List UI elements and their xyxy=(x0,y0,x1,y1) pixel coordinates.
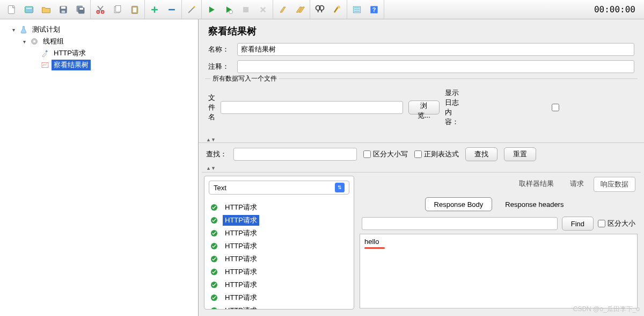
search-input[interactable] xyxy=(233,148,357,161)
success-icon xyxy=(210,203,218,212)
result-item[interactable]: HTTP请求 xyxy=(210,253,348,265)
filename-input[interactable] xyxy=(221,101,403,114)
panel-title: 察看结果树 xyxy=(199,19,644,41)
save-icon[interactable] xyxy=(56,2,71,17)
clear-all-icon[interactable] xyxy=(292,2,308,17)
tree-view-results[interactable]: 察看结果树 xyxy=(2,59,196,71)
svg-rect-8 xyxy=(79,8,83,9)
result-label: HTTP请求 xyxy=(223,292,259,303)
tab-sampler[interactable]: 取样器结果 xyxy=(513,177,560,192)
svg-rect-5 xyxy=(62,10,65,12)
result-item[interactable]: HTTP请求 xyxy=(210,201,348,214)
svg-point-25 xyxy=(33,40,35,42)
tree-http-request[interactable]: HTTP请求 xyxy=(2,47,196,59)
svg-rect-1 xyxy=(25,6,33,13)
fieldset-legend: 所有数据写入一个文件 xyxy=(210,74,279,83)
run-icon[interactable] xyxy=(204,2,219,17)
combo-value: Text xyxy=(214,184,226,192)
regex-checkbox[interactable]: 正则表达式 xyxy=(414,149,459,159)
tree-test-plan[interactable]: ▾ 测试计划 xyxy=(2,24,196,35)
tree-thread-group[interactable]: ▾ 线程组 xyxy=(2,35,196,47)
cut-icon[interactable] xyxy=(93,2,108,17)
success-icon xyxy=(210,229,218,238)
svg-rect-4 xyxy=(61,6,65,9)
show-log-label: 显示日志内容： xyxy=(445,88,459,127)
wand-icon[interactable] xyxy=(184,2,199,17)
stop-icon[interactable] xyxy=(238,2,253,17)
svg-rect-14 xyxy=(133,7,137,12)
plus-icon[interactable] xyxy=(147,2,162,17)
save-all-icon[interactable] xyxy=(73,2,88,17)
reset-button[interactable]: 重置 xyxy=(504,147,536,161)
paste-icon[interactable] xyxy=(127,2,142,17)
result-label: HTTP请求 xyxy=(223,254,259,264)
subtab-headers[interactable]: Response headers xyxy=(496,197,572,211)
comment-input[interactable] xyxy=(237,60,634,73)
result-item[interactable]: HTTP请求 xyxy=(210,265,348,278)
subtab-body[interactable]: Response Body xyxy=(425,197,493,211)
result-item[interactable]: HTTP请求 xyxy=(210,304,348,309)
gear-icon xyxy=(30,37,39,46)
name-input[interactable] xyxy=(237,43,634,56)
tree-label: 测试计划 xyxy=(30,24,62,35)
result-label: HTTP请求 xyxy=(223,267,259,277)
tab-request[interactable]: 请求 xyxy=(564,177,590,192)
search-label: 查找： xyxy=(206,149,227,159)
result-item[interactable]: HTTP请求 xyxy=(210,214,348,227)
result-tree: Text ⇅ HTTP请求HTTP请求HTTP请求HTTP请求HTTP请求HTT… xyxy=(204,176,354,310)
function-icon[interactable] xyxy=(349,2,364,17)
search-icon[interactable] xyxy=(312,2,327,17)
svg-point-20 xyxy=(338,5,340,8)
open-icon[interactable] xyxy=(39,2,54,17)
find-input[interactable] xyxy=(362,217,558,230)
result-label: HTTP请求 xyxy=(223,305,259,309)
copy-icon[interactable] xyxy=(110,2,125,17)
svg-point-15 xyxy=(193,6,195,8)
result-label: HTTP请求 xyxy=(223,215,259,226)
collapse-handle[interactable]: ▲▼ xyxy=(199,137,644,142)
success-icon xyxy=(210,242,218,250)
svg-rect-27 xyxy=(42,62,48,67)
result-item[interactable]: HTTP请求 xyxy=(210,240,348,253)
templates-icon[interactable] xyxy=(21,2,36,17)
clear-icon[interactable] xyxy=(275,2,290,17)
chevron-down-icon[interactable]: ▾ xyxy=(20,39,28,45)
success-icon xyxy=(210,216,218,225)
test-plan-tree[interactable]: ▾ 测试计划 ▾ 线程组 HTTP请求 察看结果树 xyxy=(0,19,199,316)
result-label: HTTP请求 xyxy=(223,228,259,239)
svg-rect-26 xyxy=(45,50,48,53)
results-icon xyxy=(41,61,49,69)
success-icon xyxy=(210,268,218,276)
svg-point-16 xyxy=(229,10,233,13)
collapse-handle[interactable]: ▲▼ xyxy=(199,166,644,171)
svg-rect-2 xyxy=(26,8,32,9)
browse-button[interactable]: 浏览... xyxy=(408,100,440,114)
tree-label: HTTP请求 xyxy=(52,48,88,59)
result-item[interactable]: HTTP请求 xyxy=(210,227,348,240)
case-checkbox[interactable]: 区分大小写 xyxy=(363,149,408,159)
search-button[interactable]: 查找 xyxy=(465,147,497,161)
search-reset-icon[interactable] xyxy=(330,2,345,17)
result-list[interactable]: HTTP请求HTTP请求HTTP请求HTTP请求HTTP请求HTTP请求HTTP… xyxy=(204,199,354,309)
find-button[interactable]: Find xyxy=(562,217,594,231)
response-body[interactable]: hello xyxy=(360,234,638,308)
new-icon[interactable] xyxy=(4,2,19,17)
renderer-select[interactable]: Text ⇅ xyxy=(209,181,349,195)
find-case-checkbox[interactable]: 区分大小 xyxy=(598,217,635,230)
svg-text:?: ? xyxy=(372,6,376,13)
content-pane: 察看结果树 名称： 注释： 所有数据写入一个文件 文件名 浏览... 显示日志内… xyxy=(199,19,644,316)
file-label: 文件名 xyxy=(208,93,215,122)
chevron-down-icon[interactable]: ▾ xyxy=(10,27,17,33)
chevron-updown-icon: ⇅ xyxy=(335,183,345,192)
result-item[interactable]: HTTP请求 xyxy=(210,291,348,304)
minus-icon[interactable] xyxy=(164,2,179,17)
only-error-checkbox[interactable]: 仅错误日志 xyxy=(464,83,644,132)
elapsed-timer: 00:00:00 xyxy=(594,4,642,15)
result-label: HTTP请求 xyxy=(223,279,259,290)
shutdown-icon[interactable] xyxy=(255,2,270,17)
result-item[interactable]: HTTP请求 xyxy=(210,278,348,291)
tab-response[interactable]: 响应数据 xyxy=(594,177,635,192)
file-output-group: 所有数据写入一个文件 文件名 浏览... 显示日志内容： 仅错误日志 仅成 xyxy=(205,78,638,134)
run-no-timer-icon[interactable] xyxy=(221,2,236,17)
help-icon[interactable]: ? xyxy=(367,2,382,17)
